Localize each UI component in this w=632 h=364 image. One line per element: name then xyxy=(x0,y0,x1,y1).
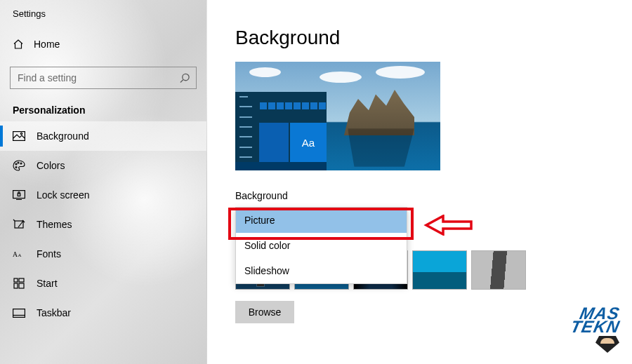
main-content: Background Aa Background Picture Solid c… xyxy=(207,0,632,364)
watermark-logo: MAS TEKN xyxy=(571,306,619,353)
svg-point-6 xyxy=(15,167,17,168)
sidebar-item-label: Themes xyxy=(37,219,72,230)
sidebar-item-themes[interactable]: Themes xyxy=(0,210,206,239)
dropdown-option-solid-color[interactable]: Solid color xyxy=(236,233,407,258)
sidebar-item-label: Background xyxy=(37,130,89,142)
nav-home-label: Home xyxy=(34,39,60,50)
sidebar-item-label: Lock screen xyxy=(37,189,89,201)
page-title: Background xyxy=(235,27,632,49)
desktop-preview: Aa xyxy=(235,62,440,170)
sidebar-item-fonts[interactable]: AA Fonts xyxy=(0,239,206,269)
home-icon xyxy=(13,39,24,50)
annotation-arrow-icon xyxy=(423,215,473,236)
sidebar-item-label: Taskbar xyxy=(37,307,71,318)
sidebar-item-start[interactable]: Start xyxy=(0,269,206,298)
themes-icon xyxy=(13,219,25,230)
svg-point-4 xyxy=(18,162,19,163)
nav-home[interactable]: Home xyxy=(0,34,206,54)
svg-point-3 xyxy=(15,163,17,165)
app-title: Settings xyxy=(0,0,206,19)
fonts-icon: AA xyxy=(13,249,25,259)
browse-button[interactable]: Browse xyxy=(235,301,294,323)
start-icon xyxy=(13,278,25,289)
svg-rect-14 xyxy=(14,283,18,288)
taskbar-icon xyxy=(13,309,25,318)
sidebar-item-colors[interactable]: Colors xyxy=(0,151,206,180)
search-input[interactable] xyxy=(11,67,196,88)
palette-icon xyxy=(13,160,25,171)
sidebar-item-label: Colors xyxy=(37,160,65,171)
preview-sample-tile: Aa xyxy=(290,123,327,162)
svg-point-2 xyxy=(20,133,22,134)
svg-rect-16 xyxy=(13,309,25,317)
svg-rect-15 xyxy=(19,283,24,288)
svg-point-0 xyxy=(183,74,189,80)
svg-text:A: A xyxy=(18,252,22,257)
dropdown-option-picture[interactable]: Picture xyxy=(236,208,407,233)
thumbnail-5[interactable] xyxy=(471,250,526,290)
sidebar-item-background[interactable]: Background xyxy=(0,121,206,151)
dropdown-option-slideshow[interactable]: Slideshow xyxy=(236,258,407,283)
background-type-dropdown[interactable]: Picture Solid color Slideshow xyxy=(235,207,407,284)
svg-text:A: A xyxy=(13,250,18,258)
category-label: Personalization xyxy=(0,89,206,121)
svg-rect-12 xyxy=(14,278,18,282)
search-box[interactable] xyxy=(10,67,197,89)
svg-rect-8 xyxy=(18,194,20,196)
search-icon xyxy=(180,73,190,83)
settings-window: Settings Home Personalization xyxy=(0,0,632,364)
picture-icon xyxy=(13,131,25,141)
background-label: Background xyxy=(235,190,632,201)
svg-rect-1 xyxy=(13,132,25,141)
sidebar-item-taskbar[interactable]: Taskbar xyxy=(0,298,206,328)
sidebar: Settings Home Personalization xyxy=(0,0,207,364)
lock-screen-icon xyxy=(13,190,25,200)
svg-point-5 xyxy=(20,163,22,164)
watermark-beard-icon xyxy=(595,336,619,353)
sidebar-item-lock-screen[interactable]: Lock screen xyxy=(0,180,206,210)
thumbnail-4[interactable] xyxy=(412,250,467,290)
sidebar-item-label: Fonts xyxy=(37,248,61,259)
svg-rect-13 xyxy=(19,278,24,282)
watermark-line2: TEKN xyxy=(570,320,621,333)
sidebar-item-label: Start xyxy=(37,278,58,289)
